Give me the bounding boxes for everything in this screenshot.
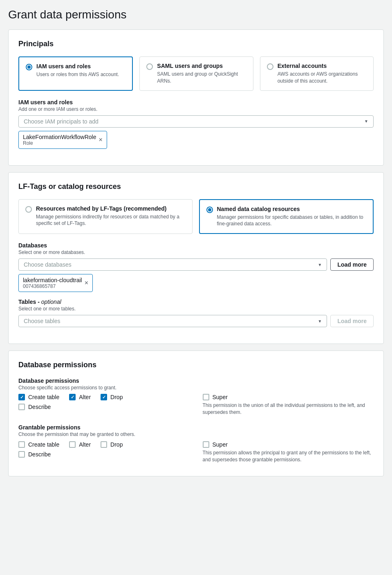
grantable-drop-label: Drop bbox=[110, 441, 123, 448]
role-name: LakeFormationWorkflowRole bbox=[23, 134, 96, 140]
grantable-describe-label: Describe bbox=[28, 451, 51, 458]
principal-type-options: IAM users and roles Users or roles from … bbox=[18, 56, 374, 91]
radio-iam bbox=[26, 64, 32, 70]
principals-section: Principals IAM users and roles Users or … bbox=[8, 29, 384, 166]
grantable-describe: Describe bbox=[18, 451, 51, 458]
tables-placeholder: Choose tables bbox=[24, 318, 318, 324]
role-type: Role bbox=[23, 140, 96, 146]
grantable-row2: Describe bbox=[18, 451, 190, 458]
grantable-sublabel: Choose the permission that may be grante… bbox=[18, 431, 374, 437]
principal-external-title: External accounts bbox=[278, 63, 367, 69]
database-account: 007436865787 bbox=[23, 283, 82, 289]
radio-lf-tags bbox=[25, 206, 32, 213]
databases-placeholder: Choose databases bbox=[24, 261, 318, 268]
lf-resource-options: Resources matched by LF-Tags (recommende… bbox=[18, 199, 374, 234]
grantable-row1: Create table Alter Drop bbox=[18, 441, 190, 448]
databases-sublabel: Select one or more databases. bbox=[18, 249, 374, 255]
named-option-title: Named data catalog resources bbox=[217, 206, 367, 212]
tables-sublabel: Select one or more tables. bbox=[18, 306, 374, 312]
db-permissions-section: Database permissions Database permission… bbox=[8, 350, 384, 476]
grantable-super: Super bbox=[203, 441, 374, 448]
principal-iam-desc: Users or roles from this AWS account. bbox=[36, 71, 119, 78]
iam-placeholder: Choose IAM principals to add bbox=[24, 118, 364, 125]
tables-select[interactable]: Choose tables ▼ bbox=[18, 315, 327, 327]
perm-create-table-label: Create table bbox=[28, 394, 59, 400]
perm-drop-checkbox[interactable] bbox=[101, 394, 107, 400]
perm-alter-checkbox[interactable] bbox=[69, 394, 76, 400]
remove-role-button[interactable]: × bbox=[99, 137, 102, 143]
grantable-drop: Drop bbox=[101, 441, 123, 448]
lf-tags-option-desc: Manage permissions indirectly for resour… bbox=[36, 213, 186, 227]
tables-arrow-icon: ▼ bbox=[318, 319, 322, 323]
perm-drop-label: Drop bbox=[110, 394, 123, 400]
principals-title: Principals bbox=[18, 40, 374, 48]
grantable-create-table: Create table bbox=[18, 441, 59, 448]
iam-field-sublabel: Add one or more IAM users or roles. bbox=[18, 106, 374, 112]
selected-role-chip: LakeFormationWorkflowRole Role × bbox=[18, 131, 107, 149]
databases-arrow-icon: ▼ bbox=[318, 263, 322, 267]
selected-database-chip: lakeformation-cloudtrail 007436865787 × bbox=[18, 274, 93, 292]
tables-field-group: Tables - optional Select one or more tab… bbox=[18, 299, 374, 327]
grantable-alter: Alter bbox=[69, 441, 91, 448]
lf-tags-title: LF-Tags or catalog resources bbox=[18, 182, 374, 191]
grantable-super-label: Super bbox=[213, 441, 228, 448]
iam-select-arrow-icon: ▼ bbox=[364, 119, 368, 124]
iam-field-group: IAM users and roles Add one or more IAM … bbox=[18, 99, 374, 149]
lf-tags-option-title: Resources matched by LF-Tags (recommende… bbox=[36, 205, 186, 212]
databases-select[interactable]: Choose databases ▼ bbox=[18, 258, 327, 271]
databases-load-more-button[interactable]: Load more bbox=[330, 258, 374, 271]
perm-alter: Alter bbox=[69, 394, 91, 400]
perm-super: Super bbox=[203, 394, 374, 400]
principal-external-desc: AWS accounts or AWS organizations outsid… bbox=[278, 71, 367, 85]
perm-describe-checkbox[interactable] bbox=[18, 404, 25, 410]
grantable-super-checkbox[interactable] bbox=[203, 441, 209, 448]
grantable-describe-checkbox[interactable] bbox=[18, 451, 25, 458]
principal-option-external[interactable]: External accounts AWS accounts or AWS or… bbox=[260, 56, 374, 91]
db-perms-sublabel: Choose specific access permissions to gr… bbox=[18, 385, 374, 391]
databases-label: Databases bbox=[18, 242, 374, 249]
radio-external bbox=[267, 63, 273, 70]
perm-create-table: Create table bbox=[18, 394, 59, 400]
grantable-label: Grantable permissions bbox=[18, 424, 374, 431]
perm-describe: Describe bbox=[18, 404, 51, 410]
principal-iam-title: IAM users and roles bbox=[36, 63, 119, 70]
tables-select-row: Choose tables ▼ Load more bbox=[18, 315, 374, 327]
grantable-alter-checkbox[interactable] bbox=[69, 441, 76, 448]
db-perms-label: Database permissions bbox=[18, 377, 374, 384]
db-perms-row2: Describe bbox=[18, 404, 190, 410]
grantable-alter-label: Alter bbox=[79, 441, 91, 448]
lf-tags-section: LF-Tags or catalog resources Resources m… bbox=[8, 172, 384, 344]
radio-named bbox=[206, 207, 213, 213]
radio-saml bbox=[146, 63, 153, 70]
perm-describe-label: Describe bbox=[28, 404, 51, 410]
lf-option-tags[interactable]: Resources matched by LF-Tags (recommende… bbox=[18, 199, 193, 234]
lf-option-named[interactable]: Named data catalog resources Manager per… bbox=[199, 199, 374, 234]
grantable-super-desc: This permission allows the principal to … bbox=[203, 449, 374, 463]
page-title: Grant data permissions bbox=[8, 8, 384, 21]
perm-super-label: Super bbox=[213, 394, 228, 400]
grantable-create-table-label: Create table bbox=[28, 441, 59, 448]
database-name: lakeformation-cloudtrail bbox=[23, 277, 82, 283]
perm-create-table-checkbox[interactable] bbox=[18, 394, 25, 400]
grantable-perms-grid: Create table Alter Drop Describe bbox=[18, 441, 374, 463]
databases-select-row: Choose databases ▼ Load more bbox=[18, 258, 374, 271]
iam-principals-select[interactable]: Choose IAM principals to add ▼ bbox=[18, 115, 374, 128]
grantable-section: Grantable permissions Choose the permiss… bbox=[18, 424, 374, 463]
named-option-desc: Manager permissions for specific databas… bbox=[217, 214, 367, 228]
principal-option-saml[interactable]: SAML users and groups SAML users and gro… bbox=[139, 56, 253, 91]
principal-saml-desc: SAML users and group or QuickSight ARNs. bbox=[157, 71, 246, 85]
db-perms-grid: Create table Alter Drop Describe bbox=[18, 394, 374, 416]
perm-super-desc: This permission is the union of all the … bbox=[203, 402, 374, 416]
remove-database-button[interactable]: × bbox=[85, 280, 88, 286]
perm-alter-label: Alter bbox=[79, 394, 91, 400]
grantable-drop-checkbox[interactable] bbox=[101, 441, 107, 448]
tables-label: Tables - optional bbox=[18, 299, 374, 305]
db-permissions-title: Database permissions bbox=[18, 361, 374, 369]
principal-option-iam[interactable]: IAM users and roles Users or roles from … bbox=[18, 56, 133, 91]
databases-field-group: Databases Select one or more databases. … bbox=[18, 242, 374, 292]
perm-super-checkbox[interactable] bbox=[203, 394, 209, 400]
grantable-create-table-checkbox[interactable] bbox=[18, 441, 25, 448]
perm-drop: Drop bbox=[101, 394, 123, 400]
db-perms-row1: Create table Alter Drop bbox=[18, 394, 190, 400]
tables-load-more-button[interactable]: Load more bbox=[330, 315, 374, 327]
